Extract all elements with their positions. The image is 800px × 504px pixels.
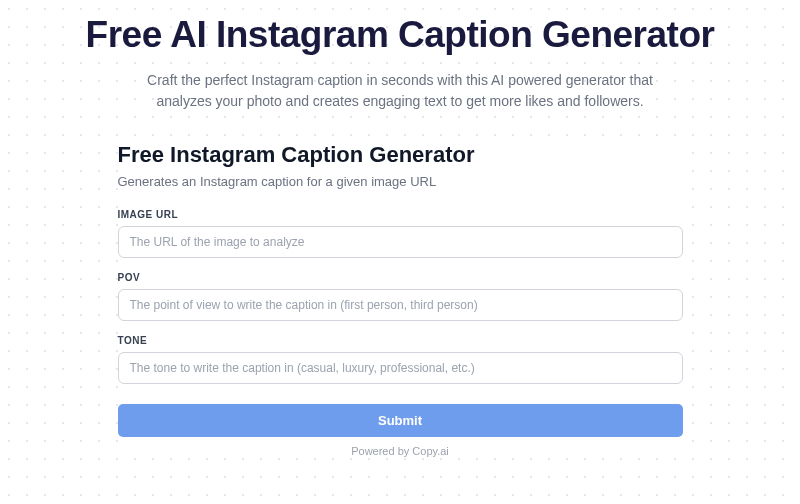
powered-by-text: Powered by Copy.ai: [118, 445, 683, 457]
form-title: Free Instagram Caption Generator: [118, 142, 683, 168]
form-description: Generates an Instagram caption for a giv…: [118, 174, 683, 189]
pov-label: POV: [118, 272, 683, 283]
form-group-tone: TONE: [118, 335, 683, 384]
image-url-input[interactable]: [118, 226, 683, 258]
page-subtitle: Craft the perfect Instagram caption in s…: [140, 70, 660, 112]
image-url-label: IMAGE URL: [118, 209, 683, 220]
form-card: Free Instagram Caption Generator Generat…: [118, 142, 683, 457]
tone-input[interactable]: [118, 352, 683, 384]
tone-label: TONE: [118, 335, 683, 346]
form-group-image-url: IMAGE URL: [118, 209, 683, 258]
form-group-pov: POV: [118, 272, 683, 321]
pov-input[interactable]: [118, 289, 683, 321]
submit-button[interactable]: Submit: [118, 404, 683, 437]
page-title: Free AI Instagram Caption Generator: [10, 14, 790, 56]
